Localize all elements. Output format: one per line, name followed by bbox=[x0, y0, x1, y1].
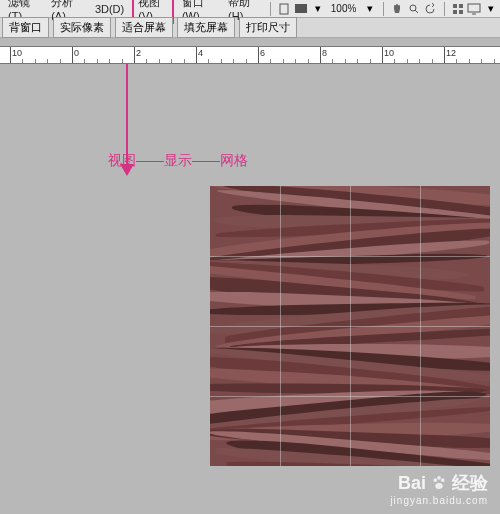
divider bbox=[270, 2, 271, 16]
ruler-tick bbox=[382, 47, 383, 64]
watermark-url: jingyan.baidu.com bbox=[390, 495, 488, 506]
svg-rect-7 bbox=[459, 10, 463, 14]
window-button[interactable]: 背窗口 bbox=[2, 17, 49, 38]
screen-mode-icon[interactable] bbox=[294, 1, 309, 17]
ruler-tick bbox=[444, 47, 445, 64]
fit-screen-button[interactable]: 适合屏幕 bbox=[115, 17, 173, 38]
svg-rect-4 bbox=[453, 4, 457, 8]
rotate-icon[interactable] bbox=[423, 1, 438, 17]
zoom-dropdown-icon[interactable]: ▾ bbox=[362, 1, 377, 17]
horizontal-ruler: 1002468101214 bbox=[0, 46, 500, 64]
svg-rect-6 bbox=[453, 10, 457, 14]
doc-icon[interactable] bbox=[277, 1, 292, 17]
ruler-tick-label: 6 bbox=[260, 48, 265, 58]
ruler-tick-label: 0 bbox=[74, 48, 79, 58]
svg-rect-5 bbox=[459, 4, 463, 8]
ruler-tick bbox=[10, 47, 11, 64]
paw-icon bbox=[430, 474, 448, 492]
svg-point-13 bbox=[435, 483, 443, 489]
watermark-brand: Bai bbox=[398, 473, 426, 494]
ruler-tick-label: 2 bbox=[136, 48, 141, 58]
monitor-icon[interactable] bbox=[467, 1, 482, 17]
options-bar: 背窗口 实际像素 适合屏幕 填充屏幕 打印尺寸 bbox=[0, 18, 500, 38]
ruler-tick-label: 10 bbox=[12, 48, 22, 58]
svg-point-11 bbox=[437, 476, 441, 480]
ruler-tick bbox=[72, 47, 73, 64]
ruler-tick-label: 12 bbox=[446, 48, 456, 58]
grid-line bbox=[420, 186, 421, 466]
menu-3d[interactable]: 3D(D) bbox=[89, 2, 130, 16]
actual-pixels-button[interactable]: 实际像素 bbox=[53, 17, 111, 38]
svg-point-12 bbox=[441, 478, 445, 482]
document-canvas[interactable] bbox=[210, 186, 490, 466]
watermark: Bai 经验 jingyan.baidu.com bbox=[390, 471, 488, 506]
svg-rect-0 bbox=[280, 4, 288, 14]
divider bbox=[444, 2, 445, 16]
ruler-tick-label: 8 bbox=[322, 48, 327, 58]
ruler-tick bbox=[196, 47, 197, 64]
grid-icon[interactable] bbox=[450, 1, 465, 17]
zoom-value[interactable]: 100% bbox=[327, 3, 361, 14]
annotation-text: 视图——显示——网格 bbox=[108, 152, 248, 170]
monitor-dropdown-icon[interactable]: ▾ bbox=[483, 1, 498, 17]
hand-icon[interactable] bbox=[390, 1, 405, 17]
menubar: 滤镜(T) 分析(A) 3D(D) 视图(V) 窗口(W) 帮助(H) ▾ 10… bbox=[0, 0, 500, 18]
grid-line bbox=[210, 396, 490, 397]
dropdown-icon[interactable]: ▾ bbox=[310, 1, 325, 17]
svg-rect-1 bbox=[295, 4, 307, 13]
watermark-brand2: 经验 bbox=[452, 471, 488, 495]
grid-line bbox=[210, 326, 490, 327]
ruler-tick bbox=[258, 47, 259, 64]
canvas-area: 视图——显示——网格 Bai 经验 jingyan.baidu.com bbox=[0, 64, 500, 514]
ruler-tick-label: 10 bbox=[384, 48, 394, 58]
divider bbox=[383, 2, 384, 16]
zoom-icon[interactable] bbox=[406, 1, 421, 17]
print-size-button[interactable]: 打印尺寸 bbox=[239, 17, 297, 38]
svg-line-3 bbox=[415, 10, 418, 13]
fill-screen-button[interactable]: 填充屏幕 bbox=[177, 17, 235, 38]
svg-rect-8 bbox=[468, 4, 480, 12]
svg-point-10 bbox=[433, 478, 437, 482]
ruler-tick-label: 4 bbox=[198, 48, 203, 58]
ruler-tick bbox=[134, 47, 135, 64]
ruler-tick bbox=[320, 47, 321, 64]
